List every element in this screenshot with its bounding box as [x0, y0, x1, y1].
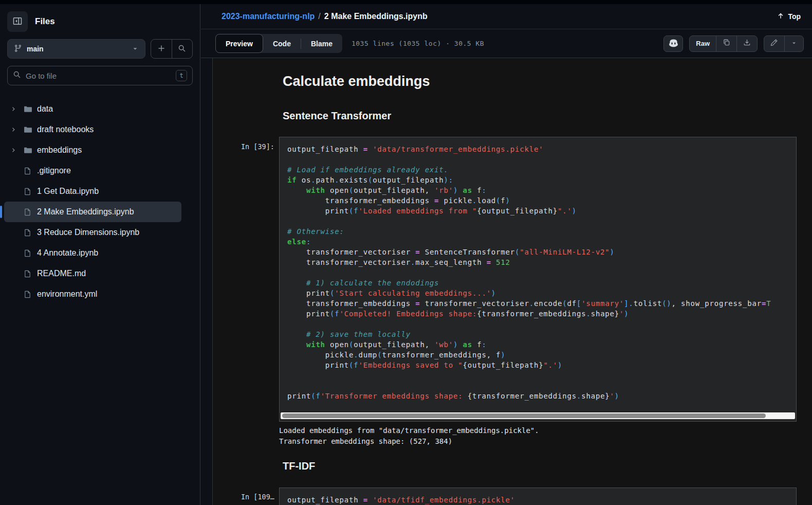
output-line: Transformer embeddings shape: (527, 384): [279, 436, 539, 447]
output-line: Loaded embeddings from "data/transformer…: [279, 425, 539, 436]
notebook-subheading-transformer: Sentence Transformer: [283, 110, 391, 122]
chevron-down-icon: [791, 39, 797, 48]
breadcrumb-repo-link[interactable]: 2023-manufacturing-nlp: [222, 12, 315, 21]
file-icon: [24, 208, 37, 216]
branch-name: main: [27, 45, 44, 53]
sidebar-item-4-annotate-ipynb[interactable]: 4 Annotate.ipynb: [4, 243, 181, 263]
notebook-heading: Calculate embeddings: [283, 74, 430, 89]
file-icon: [24, 249, 37, 257]
cell-output: Loaded embeddings from "data/transformer…: [279, 425, 539, 447]
horizontal-scrollbar[interactable]: [281, 412, 795, 419]
shortcut-keycap: t: [176, 70, 187, 81]
chevron-right-icon[interactable]: [10, 106, 24, 112]
tree-item-label: 2 Make Embeddings.ipynb: [37, 207, 134, 217]
branch-selector[interactable]: main: [7, 39, 145, 59]
file-meta: 1035 lines (1035 loc) · 30.5 KB: [352, 40, 484, 47]
sidebar-title: Files: [35, 16, 55, 27]
file-icon: [24, 291, 37, 298]
window-top-edge: [0, 0, 812, 4]
tree-item-label: 4 Annotate.ipynb: [37, 248, 98, 258]
file-tree: datadraft notebooksembeddings.gitignore1…: [0, 99, 200, 304]
tab-blame[interactable]: Blame: [301, 34, 342, 53]
file-icon: [24, 229, 37, 237]
breadcrumb-file-name: 2 Make Embeddings.ipynb: [324, 12, 428, 21]
sidebar-item-1-get-data-ipynb[interactable]: 1 Get Data.ipynb: [4, 181, 181, 202]
collapse-sidebar-button[interactable]: [7, 11, 28, 32]
tree-item-label: 3 Reduce Dimensions.ipynb: [37, 228, 139, 237]
code-cell[interactable]: output_filepath = 'data/transformer_embe…: [279, 137, 797, 422]
breadcrumb: 2023-manufacturing-nlp / 2 Make Embeddin…: [201, 4, 812, 29]
file-icon: [24, 167, 37, 175]
download-icon: [743, 39, 751, 48]
git-branch-icon: [14, 44, 22, 54]
file-view-main: 2023-manufacturing-nlp / 2 Make Embeddin…: [201, 4, 812, 505]
tab-code[interactable]: Code: [263, 34, 301, 53]
sidebar-item-environment-yml[interactable]: environment.yml: [4, 284, 181, 304]
go-to-file-placeholder: Go to file: [26, 71, 57, 80]
edit-dropdown-button[interactable]: [784, 36, 803, 51]
folder-icon: [24, 146, 37, 155]
tree-item-label: draft notebooks: [37, 125, 94, 134]
tree-item-label: 1 Get Data.ipynb: [37, 187, 99, 196]
breadcrumb-separator: /: [318, 12, 320, 21]
file-icon: [24, 188, 37, 195]
sidebar-controls: main: [7, 39, 193, 59]
file-toolbar: Preview Code Blame 1035 lines (1035 loc)…: [201, 29, 812, 58]
cell-prompt: In [109…: [213, 493, 274, 501]
file-tree-sidebar: Files main Go to file t datadraft notebo…: [0, 4, 200, 505]
copy-raw-button[interactable]: [716, 36, 736, 51]
back-to-top-label: Top: [788, 12, 801, 21]
sidebar-item-draft-notebooks[interactable]: draft notebooks: [4, 119, 181, 140]
notebook-subheading-tfidf: TF-IDF: [283, 460, 315, 472]
new-file-button[interactable]: [151, 40, 172, 58]
tree-item-label: README.md: [37, 269, 86, 278]
tab-preview[interactable]: Preview: [215, 34, 263, 53]
sidebar-item-3-reduce-dimensions-ipynb[interactable]: 3 Reduce Dimensions.ipynb: [4, 222, 181, 243]
file-icon: [24, 270, 37, 278]
arrow-up-icon: [777, 12, 784, 21]
raw-copy-download-group: Raw: [689, 35, 758, 52]
edit-group: [764, 35, 804, 52]
file-actions: Raw: [663, 35, 804, 52]
code-cell[interactable]: output_filepath = 'data/tfidf_embeddings…: [279, 488, 797, 505]
go-to-file-input[interactable]: Go to file t: [7, 66, 193, 85]
tree-actions-group: [151, 39, 193, 59]
notebook-preview: Calculate embeddings Sentence Transforme…: [212, 58, 812, 505]
copilot-icon: [669, 38, 678, 49]
sidebar-item-data[interactable]: data: [4, 99, 181, 119]
plus-icon: [157, 44, 165, 54]
tree-item-label: environment.yml: [37, 290, 97, 299]
sidebar-item-2-make-embeddings-ipynb[interactable]: 2 Make Embeddings.ipynb: [4, 202, 181, 222]
scrollbar-thumb[interactable]: [282, 413, 766, 418]
chevron-right-icon[interactable]: [10, 127, 24, 133]
tree-item-label: .gitignore: [37, 166, 71, 175]
tree-item-label: data: [37, 104, 53, 114]
chevron-right-icon[interactable]: [10, 147, 24, 153]
search-tree-button[interactable]: [172, 40, 193, 58]
raw-button-label: Raw: [696, 40, 710, 47]
edit-button[interactable]: [764, 36, 784, 51]
raw-button[interactable]: Raw: [690, 36, 716, 51]
code-content: output_filepath = 'data/tfidf_embeddings…: [280, 488, 796, 505]
sidebar-item-embeddings[interactable]: embeddings: [4, 140, 181, 160]
chevron-down-icon: [132, 45, 139, 52]
cell-prompt: In [39]:: [213, 142, 274, 151]
copy-icon: [723, 39, 730, 48]
sidebar-toggle-icon: [13, 16, 22, 27]
view-mode-tabs: Preview Code Blame: [215, 34, 342, 53]
search-icon: [13, 70, 21, 81]
sidebar-item-gitignore[interactable]: .gitignore: [4, 160, 181, 181]
pencil-icon: [770, 39, 778, 48]
copilot-button[interactable]: [663, 35, 683, 52]
sidebar-header: Files: [7, 11, 200, 32]
folder-icon: [24, 125, 37, 134]
code-content: output_filepath = 'data/transformer_embe…: [280, 137, 796, 401]
download-button[interactable]: [736, 36, 757, 51]
tree-item-label: embeddings: [37, 146, 82, 155]
search-icon: [178, 44, 186, 54]
sidebar-item-readme-md[interactable]: README.md: [4, 263, 181, 284]
back-to-top-link[interactable]: Top: [777, 12, 801, 21]
folder-icon: [24, 105, 37, 114]
